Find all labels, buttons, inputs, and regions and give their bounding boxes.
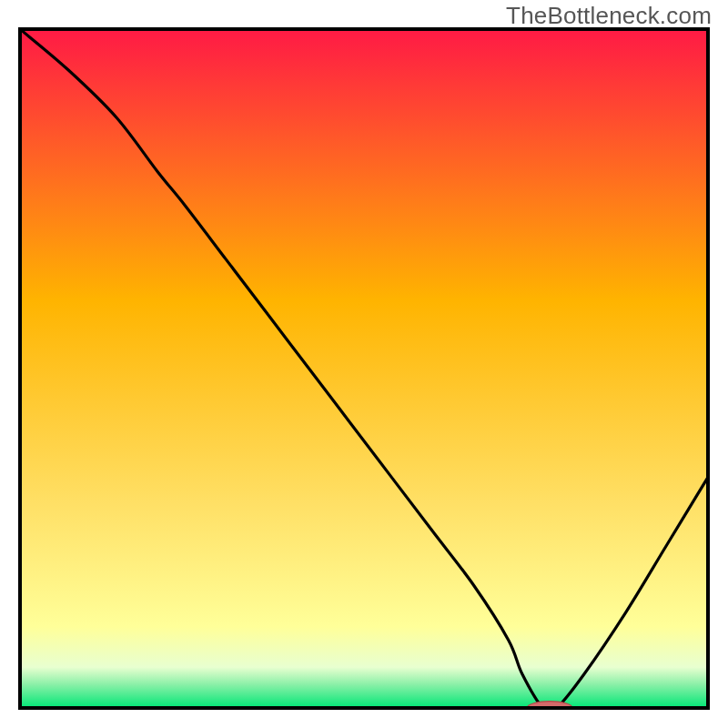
bottleneck-chart bbox=[0, 0, 728, 728]
plot-background bbox=[20, 29, 708, 708]
